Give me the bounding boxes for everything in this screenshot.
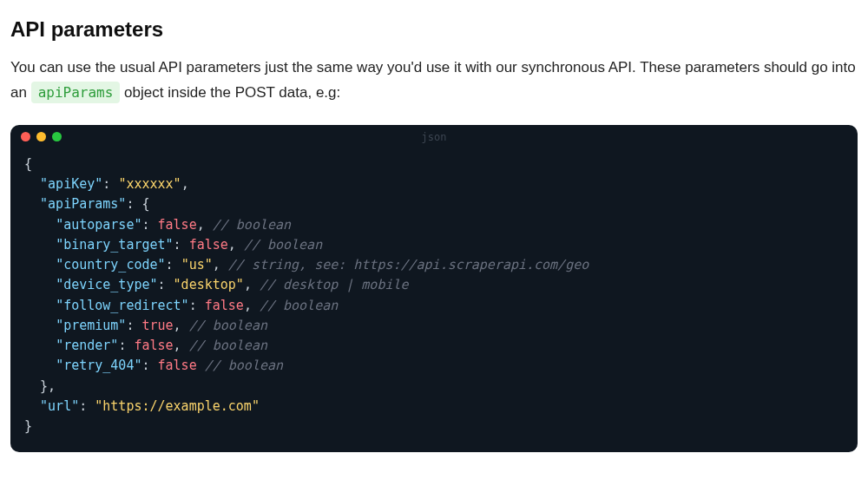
val-device-type: "desktop": [174, 277, 244, 292]
key-retry-404: "retry_404": [56, 358, 141, 373]
apiparams-brace-open: {: [141, 196, 149, 212]
val-country-code: "us": [181, 257, 213, 273]
inline-code-apiparams: apiParams: [31, 82, 121, 103]
apiparams-brace-close: },: [40, 378, 56, 394]
key-apiparams: "apiParams": [40, 196, 126, 212]
key-follow-redirect: "follow_redirect": [56, 298, 189, 313]
key-premium: "premium": [56, 318, 126, 333]
key-binary-target: "binary_target": [56, 237, 173, 253]
close-icon: [21, 132, 30, 141]
code-block-header: json: [10, 125, 858, 149]
val-follow-redirect: false: [205, 298, 244, 313]
window-traffic-lights: [21, 132, 62, 141]
val-retry-404: false: [158, 358, 197, 373]
key-apikey: "apiKey": [40, 176, 102, 192]
val-binary-target: false: [189, 237, 228, 253]
key-autoparse: "autoparse": [56, 217, 141, 233]
val-apikey: "xxxxxx": [118, 176, 181, 192]
val-premium: true: [141, 318, 173, 333]
code-content[interactable]: { "apiKey": "xxxxxx", "apiParams": { "au…: [10, 149, 858, 453]
key-device-type: "device_type": [56, 277, 157, 292]
comment-country-code: // string, see: https://api.scraperapi.c…: [228, 257, 589, 273]
code-language-label: json: [422, 131, 447, 143]
comment-retry-404: // boolean: [205, 358, 283, 373]
val-render: false: [134, 338, 173, 353]
brace-open: {: [24, 156, 32, 172]
section-heading: API parameters: [10, 17, 858, 42]
val-url: "https://example.com": [95, 398, 260, 414]
comment-follow-redirect: // boolean: [260, 298, 338, 313]
minimize-icon: [36, 132, 46, 141]
key-render: "render": [56, 338, 118, 353]
comment-device-type: // desktop | mobile: [260, 277, 409, 292]
val-autoparse: false: [158, 217, 197, 233]
key-country-code: "country_code": [56, 257, 165, 273]
code-block: json { "apiKey": "xxxxxx", "apiParams": …: [10, 125, 858, 453]
brace-close: }: [24, 418, 32, 434]
comment-binary-target: // boolean: [244, 237, 322, 253]
comment-autoparse: // boolean: [213, 217, 291, 233]
key-url: "url": [40, 398, 79, 414]
intro-text-after: object inside the POST data, e.g:: [124, 84, 340, 101]
comment-premium: // boolean: [189, 318, 267, 333]
comment-render: // boolean: [189, 338, 267, 353]
intro-paragraph: You can use the usual API parameters jus…: [10, 56, 858, 106]
maximize-icon: [52, 132, 62, 141]
